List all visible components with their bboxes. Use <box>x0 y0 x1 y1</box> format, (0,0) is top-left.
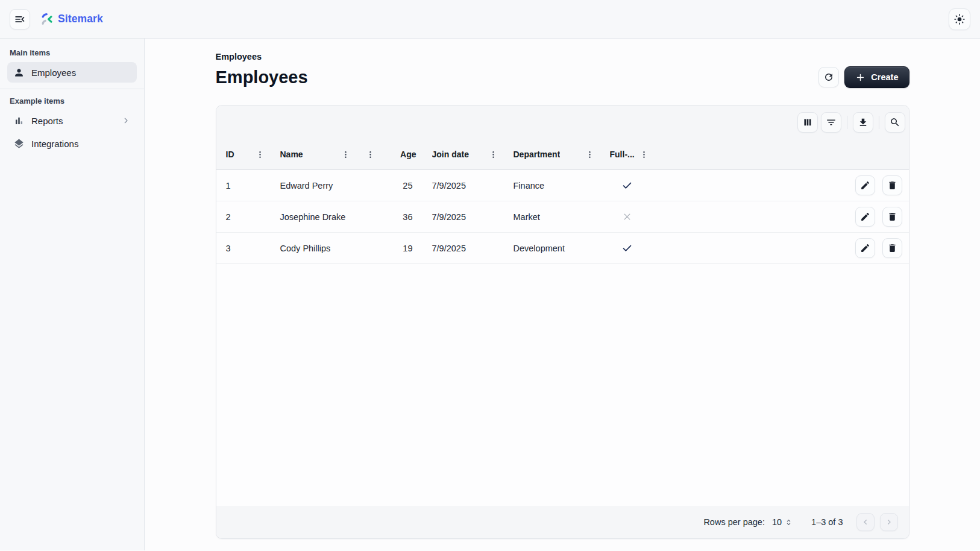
column-menu-icon[interactable] <box>585 150 594 159</box>
cell-age: 19 <box>356 244 422 253</box>
cell-name: Cody Phillips <box>271 244 356 253</box>
cell-id: 1 <box>216 181 271 190</box>
cell-name: Josephine Drake <box>271 212 356 222</box>
cell-department: Market <box>504 212 600 222</box>
refresh-button[interactable] <box>818 67 839 87</box>
column-header-label: Join date <box>432 150 469 159</box>
rows-per-page-select[interactable]: 10 <box>772 517 793 527</box>
grid-header-row: IDNameAgeJoin dateDepartmentFull-... <box>216 139 909 170</box>
row-actions <box>855 238 909 258</box>
table-row[interactable]: 1Edward Perry257/9/2025Finance <box>216 170 909 201</box>
edit-icon <box>860 180 870 190</box>
column-header-label: Full-... <box>610 150 635 159</box>
check-icon <box>621 242 633 254</box>
create-button-label: Create <box>871 72 898 82</box>
cell-department: Development <box>504 244 600 253</box>
sidebar-item-integrations[interactable]: Integrations <box>7 133 137 154</box>
cell-full_time <box>600 211 655 222</box>
page-title: Employees <box>216 67 308 87</box>
delete-row-button[interactable] <box>882 207 902 227</box>
refresh-icon <box>823 72 834 83</box>
unfold-more-icon <box>784 518 793 527</box>
brand-logo: Sitemark <box>40 13 103 26</box>
search-icon <box>890 117 900 128</box>
chevron-right-icon <box>121 116 131 125</box>
create-button[interactable]: Create <box>844 66 909 88</box>
grid-footer: Rows per page: 10 1–3 of 3 <box>216 506 909 538</box>
grid-toolbar <box>216 105 909 139</box>
brand-name: Sitemark <box>58 13 103 25</box>
edit-row-button[interactable] <box>855 207 875 227</box>
next-page-button[interactable] <box>880 513 898 531</box>
cell-id: 3 <box>216 244 271 253</box>
delete-icon <box>887 212 897 222</box>
column-menu-icon[interactable] <box>489 150 498 159</box>
top-bar: Sitemark <box>0 0 980 39</box>
sitemark-logo-icon <box>40 13 53 26</box>
edit-row-button[interactable] <box>855 175 875 195</box>
menu-open-icon <box>14 13 26 25</box>
rows-per-page-value: 10 <box>772 517 782 527</box>
main-area: Employees Employees Create <box>145 39 980 550</box>
sidebar-item-employees[interactable]: Employees <box>7 62 137 83</box>
toolbar-separator <box>879 116 879 129</box>
cell-join_date: 7/9/2025 <box>422 181 504 190</box>
column-header-label: Age <box>400 150 416 159</box>
column-header-full_time[interactable]: Full-... <box>600 139 655 169</box>
column-header-age[interactable]: Age <box>356 139 422 169</box>
edit-icon <box>860 212 870 222</box>
x-icon <box>621 211 633 222</box>
cell-join_date: 7/9/2025 <box>422 212 504 222</box>
delete-icon <box>887 243 897 253</box>
sidebar-item-label: Employees <box>31 68 76 78</box>
table-row[interactable]: 2Josephine Drake367/9/2025Market <box>216 201 909 233</box>
edit-icon <box>860 243 870 253</box>
pagination-range-label: 1–3 of 3 <box>811 517 843 527</box>
column-menu-icon[interactable] <box>366 150 375 159</box>
plus-icon <box>855 72 865 83</box>
sidebar-section-example-items: Example items <box>10 96 134 105</box>
edit-row-button[interactable] <box>855 238 875 258</box>
sidebar-section-main-items: Main items <box>10 48 134 57</box>
delete-icon <box>887 180 897 190</box>
toolbar-separator <box>847 116 847 129</box>
column-header-id[interactable]: ID <box>216 139 271 169</box>
delete-row-button[interactable] <box>882 175 902 195</box>
chevron-right-icon <box>884 517 894 527</box>
cell-age: 25 <box>356 181 422 190</box>
column-header-department[interactable]: Department <box>504 139 600 169</box>
filter-button[interactable] <box>821 112 841 133</box>
check-icon <box>621 180 633 191</box>
column-menu-icon[interactable] <box>341 150 350 159</box>
chevron-left-icon <box>861 517 870 527</box>
filter-icon <box>826 117 837 128</box>
search-button[interactable] <box>885 112 905 133</box>
column-header-name[interactable]: Name <box>271 139 356 169</box>
table-row[interactable]: 3Cody Phillips197/9/2025Development <box>216 233 909 264</box>
sidebar-item-label: Integrations <box>31 139 78 149</box>
column-header-join_date[interactable]: Join date <box>422 139 504 169</box>
cell-full_time <box>600 242 655 254</box>
cell-join_date: 7/9/2025 <box>422 244 504 253</box>
sidebar-item-label: Reports <box>31 116 63 126</box>
sidebar-toggle-button[interactable] <box>10 9 30 30</box>
rows-per-page-label: Rows per page: <box>703 517 765 527</box>
cell-age: 36 <box>356 212 422 222</box>
previous-page-button[interactable] <box>856 513 875 531</box>
bar-chart-icon <box>13 115 25 127</box>
cell-name: Edward Perry <box>271 181 356 190</box>
theme-toggle-button[interactable] <box>949 8 970 30</box>
column-menu-icon[interactable] <box>639 150 649 159</box>
sidebar-divider <box>0 89 144 89</box>
grid-empty-space <box>216 264 909 506</box>
export-button[interactable] <box>853 112 873 133</box>
sidebar-item-reports[interactable]: Reports <box>7 110 137 131</box>
row-actions <box>855 207 909 227</box>
columns-button[interactable] <box>797 112 818 133</box>
delete-row-button[interactable] <box>882 238 902 258</box>
employees-data-grid: IDNameAgeJoin dateDepartmentFull-... 1Ed… <box>216 105 909 539</box>
grid-rows: 1Edward Perry257/9/2025Finance2Josephine… <box>216 170 909 264</box>
column-menu-icon[interactable] <box>256 150 265 159</box>
sidebar: Main items Employees Example items Repor… <box>0 39 145 550</box>
column-header-label: ID <box>226 150 234 159</box>
